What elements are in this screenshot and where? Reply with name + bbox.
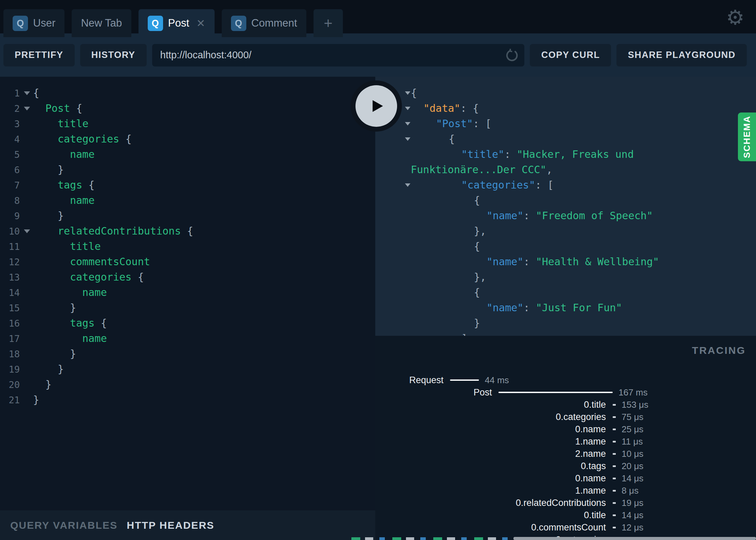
trace-row: 0.tags20 μs [375,460,756,472]
query-line[interactable]: 12commentsCount [0,254,375,269]
query-line[interactable]: 20} [0,377,375,392]
query-line[interactable]: 17name [0,331,375,346]
query-line[interactable]: 6} [0,162,375,177]
trace-row: 0.name25 μs [375,423,756,435]
trace-tick [613,527,616,528]
query-line[interactable]: 1{ [0,85,375,101]
tab-user[interactable]: Q User [3,9,64,37]
http-headers-tab[interactable]: HTTP HEADERS [127,520,215,531]
trace-duration: 44 ms [485,375,509,386]
trace-row: Request44 ms [375,374,756,386]
trace-duration: 20 μs [622,461,643,471]
query-code: name [20,331,107,346]
share-playground-button[interactable]: SHARE PLAYGROUND [616,44,747,66]
settings-gear-icon[interactable]: ⚙ [726,7,744,28]
query-line[interactable]: 7tags { [0,177,375,193]
close-tab-icon[interactable]: ✕ [197,18,205,29]
fold-arrow-icon[interactable] [405,122,410,125]
response-line: "title": "Hacker, Freaks und [375,147,756,162]
trace-row: Post167 ms [375,386,756,399]
prettify-button[interactable]: PRETTIFY [3,44,75,66]
fold-arrow-icon[interactable] [24,91,30,95]
response-line: "name": "Freedom of Speech" [375,208,756,223]
query-line[interactable]: 3title [0,116,375,131]
trace-label: 1.name [375,485,606,496]
line-number: 16 [0,316,20,331]
trace-row: 2.name10 μs [375,448,756,460]
history-button[interactable]: HISTORY [80,44,147,66]
response-code: { [375,239,480,254]
add-tab-button[interactable]: + [314,9,343,37]
line-number: 8 [0,193,20,208]
fold-arrow-icon[interactable] [405,107,410,110]
query-editor-pane[interactable]: 1{2Post {3title4categories {5name6}7tags… [0,77,375,540]
copy-curl-button[interactable]: COPY CURL [530,44,611,66]
query-line[interactable]: 5name [0,147,375,162]
trace-duration: 10 μs [622,449,643,459]
endpoint-url-wrap [152,44,525,66]
trace-label: 1.name [375,436,606,447]
query-code: } [20,208,64,223]
query-line[interactable]: 13categories { [0,269,375,285]
response-line: { [375,285,756,300]
response-pane: {"data": {"Post": [{"title": "Hacker, Fr… [375,77,756,336]
query-editor[interactable]: 1{2Post {3title4categories {5name6}7tags… [0,77,375,510]
line-number: 15 [0,300,20,316]
fold-arrow-icon[interactable] [24,107,30,110]
query-line[interactable]: 10relatedContributions { [0,223,375,239]
horizontal-scrollbar[interactable] [513,537,756,540]
query-variables-tab[interactable]: QUERY VARIABLES [10,520,118,531]
tab-new-tab[interactable]: New Tab [72,9,131,37]
query-line[interactable]: 2Post { [0,101,375,116]
trace-duration: 75 μs [622,412,643,422]
clipped-bottom-content [351,537,512,540]
response-code: "categories": [ [375,177,554,193]
query-line[interactable]: 4categories { [0,131,375,147]
response-code: "name": "Just For Fun" [375,300,622,315]
query-line[interactable]: 9} [0,208,375,223]
trace-duration-bar [450,379,479,381]
tab-label: New Tab [81,17,122,29]
trace-tick [613,514,616,516]
line-number: 17 [0,331,20,346]
fold-arrow-icon[interactable] [405,91,410,95]
line-number: 9 [0,208,20,224]
query-code: categories { [20,131,132,147]
query-line[interactable]: 14name [0,285,375,300]
trace-tick [613,416,616,418]
query-line[interactable]: 18} [0,346,375,361]
query-line[interactable]: 21} [0,392,375,407]
fold-arrow-icon[interactable] [24,229,30,233]
reload-icon[interactable] [505,48,520,63]
query-code: commentsCount [20,254,150,269]
query-line[interactable]: 19} [0,361,375,377]
trace-tick [613,478,616,479]
query-code: name [20,147,94,162]
response-line: { [375,131,756,147]
response-code: { [375,131,455,147]
line-number: 20 [0,377,20,392]
query-line[interactable]: 15} [0,300,375,315]
line-number: 6 [0,162,20,178]
trace-label: 0.title [375,400,606,410]
play-disc [355,85,397,127]
line-number: 12 [0,254,20,270]
fold-arrow-icon[interactable] [405,183,410,187]
query-line[interactable]: 11title [0,239,375,254]
line-number: 2 [0,101,20,116]
query-line[interactable]: 16tags { [0,315,375,331]
endpoint-url-input[interactable] [152,44,525,66]
line-number: 19 [0,362,20,377]
trace-label: 0.name [375,473,606,484]
line-number: 4 [0,132,20,147]
trace-duration: 14 μs [622,473,643,484]
response-line: { [375,239,756,254]
tab-post-active[interactable]: Q Post ✕ [139,9,215,37]
schema-tab-button[interactable]: SCHEMA [738,112,756,161]
fold-arrow-icon[interactable] [405,137,410,141]
trace-row: 0.relatedContributions19 μs [375,497,756,509]
query-code: } [20,300,76,315]
execute-query-button[interactable] [351,80,402,132]
tab-comment[interactable]: Q Comment [222,9,306,37]
query-line[interactable]: 8name [0,193,375,208]
